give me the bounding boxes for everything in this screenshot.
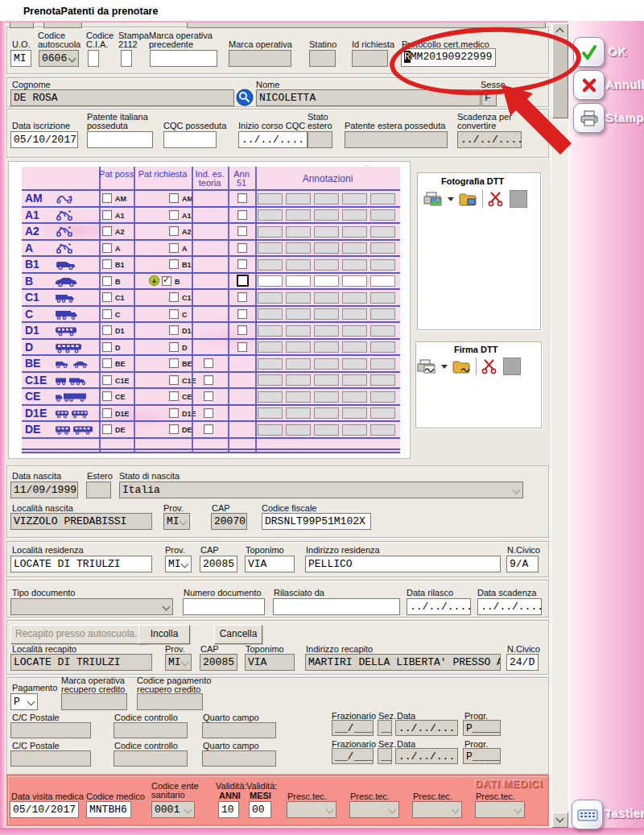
annotation-cell[interactable] — [314, 308, 339, 320]
cb-richiesta-C[interactable] — [169, 309, 179, 319]
annotation-cell[interactable] — [286, 424, 311, 436]
annotation-cell[interactable] — [258, 391, 283, 403]
data-field-1[interactable]: ../../.... — [395, 720, 458, 736]
localita-recapito-field[interactable]: LOCATE DI TRIULZI — [10, 654, 152, 671]
annotation-cell[interactable] — [286, 275, 311, 287]
annotation-cell[interactable] — [314, 341, 339, 353]
annotation-cell[interactable] — [314, 374, 339, 386]
annotation-cell[interactable] — [286, 407, 311, 419]
annotation-cell[interactable] — [370, 391, 395, 403]
annotation-cell[interactable] — [286, 292, 311, 304]
annotation-cell[interactable] — [314, 209, 339, 221]
rilasciato-da-field[interactable] — [273, 598, 400, 615]
cb-poss-C1[interactable] — [102, 292, 112, 302]
marca-operativa-field[interactable] — [229, 50, 291, 67]
cb-ann51-A1[interactable] — [237, 210, 247, 220]
cb-ann51-D1[interactable] — [237, 325, 247, 335]
annotation-cell[interactable] — [258, 407, 283, 419]
annotation-cell[interactable] — [370, 292, 395, 304]
prov-nascita-select[interactable]: MI — [163, 513, 190, 530]
presc-tec-select-1[interactable] — [287, 801, 336, 818]
annotation-cell[interactable] — [258, 242, 283, 254]
annotation-cell[interactable] — [370, 308, 395, 320]
frazionario-field-1[interactable]: __/____ — [332, 720, 374, 736]
data-field-2[interactable]: ../../.... — [395, 748, 458, 764]
cap-residenza-field[interactable]: 20085 — [200, 556, 237, 573]
annotation-cell[interactable] — [342, 292, 367, 304]
tastiera-button[interactable] — [572, 800, 603, 829]
annotation-cell[interactable] — [342, 407, 367, 419]
annotation-cell[interactable] — [258, 292, 283, 304]
annotation-cell[interactable] — [314, 407, 339, 419]
cb-ann51-C[interactable] — [237, 309, 247, 319]
annotation-cell[interactable] — [286, 341, 311, 353]
annotation-cell[interactable] — [314, 358, 339, 370]
acquire-signature-icon[interactable] — [417, 358, 436, 374]
annotation-cell[interactable] — [370, 275, 395, 287]
cb-poss-B[interactable] — [102, 276, 112, 286]
statino-field[interactable] — [309, 50, 336, 67]
cb-poss-AM[interactable] — [102, 193, 112, 203]
annotation-cell[interactable] — [314, 292, 339, 304]
cb-ann51-A[interactable] — [237, 243, 247, 253]
cancella-button[interactable]: Cancella — [214, 625, 262, 644]
annotation-cell[interactable] — [370, 374, 395, 386]
annotation-cell[interactable] — [314, 424, 339, 436]
annotation-cell[interactable] — [370, 325, 395, 337]
annotation-cell[interactable] — [342, 275, 367, 287]
cb-poss-BE[interactable] — [102, 358, 112, 368]
annotation-cell[interactable] — [314, 391, 339, 403]
annotation-cell[interactable] — [342, 424, 367, 436]
cb-richiesta-CE[interactable] — [169, 391, 179, 401]
quarto-campo-field-2[interactable] — [202, 750, 276, 767]
cc-postale-field-1[interactable] — [10, 722, 91, 738]
annotation-cell[interactable] — [258, 226, 283, 238]
annotation-cell[interactable] — [370, 259, 395, 271]
annotation-cell[interactable] — [258, 374, 283, 386]
annotation-cell[interactable] — [286, 259, 311, 271]
annotation-cell[interactable] — [258, 193, 283, 205]
codice-recupero-field[interactable] — [137, 693, 203, 710]
annotation-cell[interactable] — [342, 226, 367, 238]
patente-estera-field[interactable] — [345, 131, 448, 148]
marca-precedente-field[interactable] — [150, 50, 217, 67]
annotation-cell[interactable] — [314, 325, 339, 337]
marca-recupero-field[interactable] — [61, 693, 127, 710]
annotation-cell[interactable] — [286, 193, 311, 205]
progr-field-2[interactable]: P_____ — [463, 748, 501, 764]
cb-richiesta-C1E[interactable] — [169, 375, 179, 385]
chevron-down-icon[interactable] — [448, 197, 454, 201]
annotation-cell[interactable] — [258, 424, 283, 436]
cb-teoria-D1E[interactable] — [204, 408, 213, 418]
inizio-cqc-field[interactable]: ../../.... — [238, 131, 308, 148]
annotation-cell[interactable] — [342, 341, 367, 353]
cb-ann51-D[interactable] — [237, 342, 247, 352]
annotation-cell[interactable] — [258, 259, 283, 271]
quarto-campo-field-1[interactable] — [202, 722, 276, 738]
codice-cia-field[interactable] — [88, 50, 99, 67]
data-iscrizione-field[interactable]: 05/10/2017 — [10, 131, 78, 148]
pagamento-select[interactable]: P — [10, 693, 38, 710]
cb-poss-C[interactable] — [102, 309, 112, 319]
recapito-autoscuola-button[interactable]: Recapito presso autoscuola... — [10, 625, 147, 644]
annotation-cell[interactable] — [258, 325, 283, 337]
plus-icon[interactable]: + — [149, 275, 159, 286]
cb-richiesta-D[interactable] — [169, 342, 179, 352]
annotation-cell[interactable] — [342, 242, 367, 254]
cb-ann51-AM[interactable] — [237, 193, 247, 203]
scroll-down-button[interactable] — [552, 812, 568, 828]
data-visita-field[interactable]: 05/10/2017 — [10, 801, 79, 818]
annotation-cell[interactable] — [286, 226, 311, 238]
cb-poss-D1E[interactable] — [102, 408, 112, 418]
search-icon[interactable] — [236, 89, 254, 106]
annotation-cell[interactable] — [286, 358, 311, 370]
anni-field[interactable]: 10 — [218, 801, 239, 818]
localita-residenza-field[interactable]: LOCATE DI TRIULZI — [10, 556, 152, 573]
cognome-field[interactable]: DE ROSA — [10, 89, 234, 106]
annotation-cell[interactable] — [314, 259, 339, 271]
patente-italiana-field[interactable] — [87, 131, 153, 148]
cb-teoria-DE[interactable] — [204, 424, 213, 434]
data-nascita-field[interactable]: 11/09/1999 — [10, 482, 78, 498]
stato-estero-field[interactable] — [308, 131, 332, 148]
open-photo-folder-icon[interactable] — [459, 192, 477, 207]
